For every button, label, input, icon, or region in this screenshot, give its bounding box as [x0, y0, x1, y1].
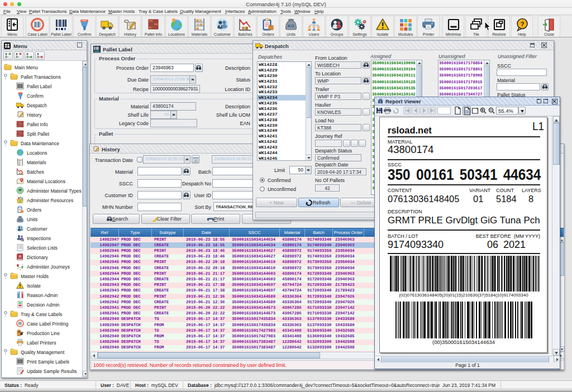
svg-text:?: ? — [520, 21, 524, 27]
svg-text:A: A — [19, 255, 21, 258]
svg-text:KG: KG — [18, 219, 22, 222]
svg-text:KG: KG — [288, 23, 294, 28]
